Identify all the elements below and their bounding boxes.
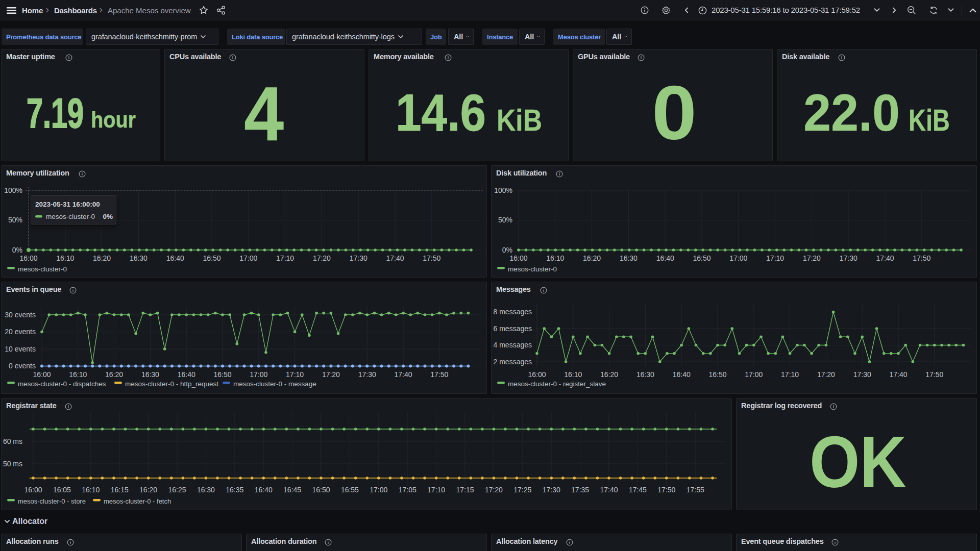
svg-text:17:20: 17:20 [313, 254, 331, 262]
svg-text:mesos-cluster-0: mesos-cluster-0 [508, 265, 557, 273]
svg-text:hour: hour [91, 107, 136, 132]
svg-text:10 events: 10 events [5, 345, 36, 353]
svg-text:100%: 100% [4, 186, 22, 194]
svg-text:16:00: 16:00 [509, 254, 527, 262]
svg-text:mesos-cluster-0 - dispatches: mesos-cluster-0 - dispatches [18, 380, 106, 388]
svg-text:16:30: 16:30 [130, 254, 148, 262]
svg-text:16:40: 16:40 [673, 370, 691, 379]
svg-text:17:50: 17:50 [925, 370, 943, 379]
svg-text:KiB: KiB [909, 104, 950, 137]
svg-text:0: 0 [652, 69, 697, 156]
svg-text:16:30: 16:30 [197, 486, 215, 494]
svg-text:50%: 50% [8, 216, 22, 224]
svg-text:mesos-cluster-0 - fetch: mesos-cluster-0 - fetch [104, 497, 171, 505]
svg-text:50 ms: 50 ms [3, 460, 22, 468]
svg-text:16:10: 16:10 [56, 254, 74, 262]
svg-text:0 events: 0 events [9, 362, 36, 370]
svg-text:17:50: 17:50 [913, 254, 930, 262]
svg-text:17:40: 17:40 [600, 486, 618, 494]
svg-text:16:00: 16:00 [528, 370, 546, 379]
svg-text:17:20: 17:20 [322, 370, 340, 379]
svg-text:17:50: 17:50 [430, 370, 448, 379]
svg-text:17:50: 17:50 [423, 254, 440, 262]
svg-text:16:20: 16:20 [139, 486, 157, 494]
svg-text:17:40: 17:40 [394, 370, 412, 379]
svg-text:16:50: 16:50 [213, 370, 231, 379]
svg-text:16:30: 16:30 [620, 254, 638, 262]
svg-text:16:55: 16:55 [341, 486, 359, 494]
svg-text:4 messages: 4 messages [494, 341, 532, 349]
svg-text:17:20: 17:20 [485, 486, 503, 494]
svg-text:17:30: 17:30 [543, 486, 560, 494]
svg-text:17:30: 17:30 [853, 370, 871, 379]
svg-text:4: 4 [244, 70, 284, 157]
svg-text:16:20: 16:20 [583, 254, 601, 262]
svg-text:16:40: 16:40 [166, 254, 184, 262]
svg-text:16:45: 16:45 [283, 486, 301, 494]
svg-text:17:10: 17:10 [427, 486, 445, 494]
svg-text:17:05: 17:05 [399, 486, 416, 494]
svg-text:KiB: KiB [497, 104, 542, 137]
svg-text:16:10: 16:10 [82, 486, 100, 494]
svg-text:16:20: 16:20 [105, 370, 123, 379]
svg-text:7.19: 7.19 [27, 90, 84, 136]
svg-text:16:50: 16:50 [312, 486, 330, 494]
svg-text:6 messages: 6 messages [494, 324, 532, 333]
svg-text:17:40: 17:40 [889, 370, 907, 379]
svg-text:17:00: 17:00 [250, 370, 267, 379]
svg-text:0%: 0% [103, 213, 113, 220]
svg-text:OK: OK [810, 421, 906, 503]
svg-text:20 events: 20 events [5, 328, 36, 336]
svg-text:17:25: 17:25 [513, 486, 531, 494]
svg-text:22.0: 22.0 [803, 84, 900, 142]
svg-text:2 messages: 2 messages [494, 358, 532, 366]
svg-text:50%: 50% [498, 216, 512, 224]
svg-text:17:20: 17:20 [803, 254, 821, 262]
svg-text:17:35: 17:35 [571, 486, 589, 494]
svg-text:100%: 100% [494, 186, 512, 194]
svg-text:8 messages: 8 messages [494, 308, 532, 316]
svg-text:17:10: 17:10 [781, 370, 799, 379]
svg-text:16:05: 16:05 [53, 486, 71, 494]
svg-text:mesos-cluster-0 - http_request: mesos-cluster-0 - http_request [125, 380, 218, 388]
svg-text:0%: 0% [12, 246, 22, 254]
svg-text:17:00: 17:00 [745, 370, 763, 379]
svg-text:17:50: 17:50 [657, 486, 675, 494]
svg-text:17:10: 17:10 [276, 254, 294, 262]
svg-text:17:55: 17:55 [687, 486, 704, 494]
svg-text:17:40: 17:40 [386, 254, 404, 262]
svg-text:16:40: 16:40 [178, 370, 195, 379]
svg-text:17:30: 17:30 [350, 254, 368, 262]
svg-text:14.6: 14.6 [396, 84, 486, 142]
svg-text:16:00: 16:00 [19, 254, 37, 262]
svg-text:16:10: 16:10 [546, 254, 564, 262]
svg-text:16:40: 16:40 [656, 254, 674, 262]
svg-text:17:30: 17:30 [840, 254, 857, 262]
svg-text:16:20: 16:20 [93, 254, 111, 262]
svg-text:16:10: 16:10 [564, 370, 582, 379]
svg-text:16:30: 16:30 [636, 370, 654, 379]
svg-text:16:15: 16:15 [111, 486, 129, 494]
svg-text:16:25: 16:25 [168, 486, 186, 494]
svg-text:60 ms: 60 ms [3, 437, 22, 445]
svg-text:16:50: 16:50 [693, 254, 710, 262]
svg-text:16:20: 16:20 [600, 370, 618, 379]
svg-text:17:45: 17:45 [629, 486, 647, 494]
svg-text:mesos-cluster-0 - message: mesos-cluster-0 - message [233, 380, 316, 388]
svg-text:mesos-cluster-0: mesos-cluster-0 [18, 265, 67, 273]
svg-text:17:00: 17:00 [239, 254, 257, 262]
svg-text:16:00: 16:00 [24, 486, 42, 494]
svg-text:mesos-cluster-0: mesos-cluster-0 [46, 213, 95, 220]
svg-text:16:10: 16:10 [69, 370, 87, 379]
svg-text:16:00: 16:00 [33, 370, 51, 379]
svg-text:16:50: 16:50 [203, 254, 220, 262]
svg-text:17:40: 17:40 [876, 254, 894, 262]
svg-text:16:40: 16:40 [255, 486, 273, 494]
svg-text:30 events: 30 events [5, 311, 36, 319]
svg-text:16:50: 16:50 [708, 370, 726, 379]
svg-text:16:30: 16:30 [141, 370, 159, 379]
svg-text:17:20: 17:20 [817, 370, 835, 379]
svg-text:17:00: 17:00 [729, 254, 747, 262]
svg-text:17:00: 17:00 [370, 486, 387, 494]
svg-text:mesos-cluster-0 - store: mesos-cluster-0 - store [18, 497, 86, 505]
